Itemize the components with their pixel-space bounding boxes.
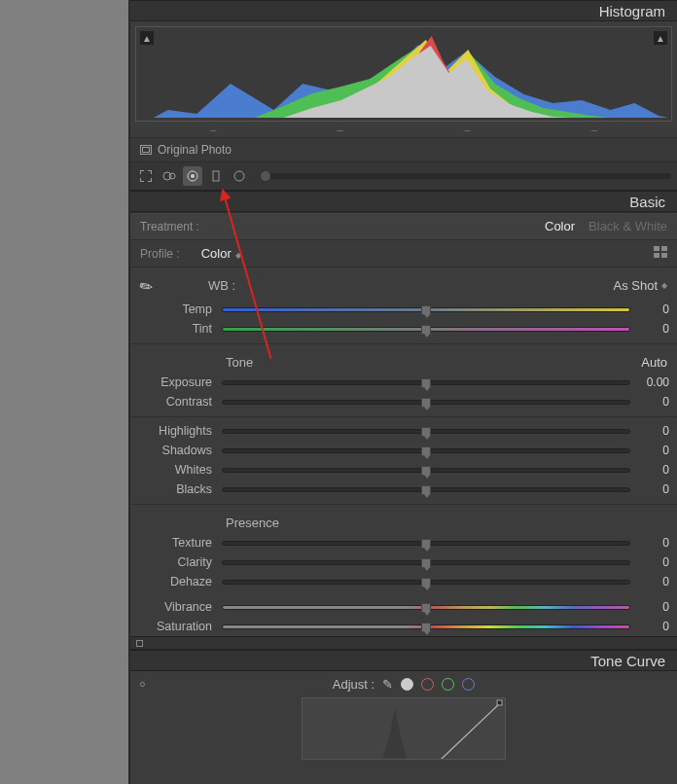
tool-strip xyxy=(130,162,677,191)
svg-rect-11 xyxy=(661,253,667,258)
tone-curve-header[interactable]: Tone Curve xyxy=(130,650,677,671)
tone-curve-adjust-row: Adjust : ✎ xyxy=(130,671,677,697)
svg-point-2 xyxy=(163,172,171,180)
highlights-slider[interactable]: Highlights0 xyxy=(130,421,677,441)
exposure-slider[interactable]: Exposure0.00 xyxy=(130,373,677,392)
wb-row: ✎ WB : As Shot◆ xyxy=(130,267,677,300)
svg-point-7 xyxy=(234,171,244,181)
mask-tool[interactable] xyxy=(206,166,226,186)
presence-label: Presence xyxy=(226,516,279,530)
vibrance-slider[interactable]: Vibrance0 xyxy=(130,597,677,617)
tone-curve-chart[interactable] xyxy=(302,697,506,760)
treatment-row: Treatment : Color Black & White xyxy=(130,212,677,240)
eyedropper-icon[interactable]: ✎ xyxy=(136,270,166,301)
profile-browser-icon[interactable] xyxy=(654,246,667,261)
whites-slider[interactable]: Whites0 xyxy=(130,460,677,480)
contrast-slider[interactable]: Contrast0 xyxy=(130,392,677,411)
svg-point-5 xyxy=(191,174,195,178)
auto-tone-button[interactable]: Auto xyxy=(641,355,667,370)
treatment-color[interactable]: Color xyxy=(545,219,575,233)
tone-group-header: Tone Auto xyxy=(130,348,677,373)
redeye-tool[interactable] xyxy=(183,166,202,186)
frame-icon xyxy=(140,145,152,155)
svg-rect-8 xyxy=(654,246,659,251)
brush-tool[interactable] xyxy=(230,166,249,186)
svg-rect-1 xyxy=(143,148,150,153)
profile-label: Profile : xyxy=(140,247,180,261)
svg-rect-6 xyxy=(213,171,219,181)
histogram-header[interactable]: Histogram xyxy=(130,0,677,21)
tool-amount-slider[interactable] xyxy=(261,173,671,179)
dehaze-slider[interactable]: Dehaze0 xyxy=(130,572,677,591)
histogram-zone-labels: –––– xyxy=(130,122,677,137)
original-photo-row[interactable]: Original Photo xyxy=(130,137,677,162)
curve-red-button[interactable] xyxy=(421,678,434,691)
treatment-bw[interactable]: Black & White xyxy=(588,219,667,233)
svg-rect-15 xyxy=(497,700,502,705)
left-gutter xyxy=(0,0,130,784)
treatment-label: Treatment : xyxy=(140,220,199,233)
temp-slider[interactable]: Temp 0 xyxy=(130,300,677,319)
profile-dropdown[interactable]: Color◆ xyxy=(201,246,241,261)
curve-blue-button[interactable] xyxy=(462,678,475,691)
develop-panel: Histogram ▲ ▲ –––– Original Photo xyxy=(130,0,677,784)
clarity-slider[interactable]: Clarity0 xyxy=(130,552,677,572)
svg-rect-9 xyxy=(661,246,667,251)
profile-row: Profile : Color◆ xyxy=(130,240,677,267)
svg-point-3 xyxy=(169,173,175,179)
basic-header[interactable]: Basic xyxy=(130,191,677,212)
curve-rgb-button[interactable] xyxy=(401,678,413,691)
svg-rect-10 xyxy=(654,253,659,258)
original-photo-label: Original Photo xyxy=(158,143,232,157)
tint-slider[interactable]: Tint 0 xyxy=(130,319,677,339)
shadow-clip-indicator[interactable]: ▲ xyxy=(140,31,154,45)
panel-switch-strip[interactable] xyxy=(130,636,677,650)
adjust-label: Adjust : xyxy=(333,677,374,692)
shadows-slider[interactable]: Shadows0 xyxy=(130,441,677,460)
histogram-chart xyxy=(139,30,668,118)
panel-toggle-icon[interactable] xyxy=(140,682,145,687)
presence-group-header: Presence xyxy=(130,509,677,533)
spot-tool[interactable] xyxy=(160,166,179,186)
target-adjust-icon[interactable]: ✎ xyxy=(382,677,393,692)
curve-green-button[interactable] xyxy=(442,678,454,691)
saturation-slider[interactable]: Saturation0 xyxy=(130,617,677,636)
blacks-slider[interactable]: Blacks0 xyxy=(130,480,677,499)
histogram[interactable]: ▲ ▲ xyxy=(135,26,672,122)
wb-label: WB : xyxy=(208,278,235,293)
wb-dropdown[interactable]: As Shot◆ xyxy=(613,278,667,293)
crop-tool[interactable] xyxy=(136,166,156,186)
highlight-clip-indicator[interactable]: ▲ xyxy=(654,31,667,45)
tone-label: Tone xyxy=(226,355,253,370)
texture-slider[interactable]: Texture0 xyxy=(130,533,677,552)
